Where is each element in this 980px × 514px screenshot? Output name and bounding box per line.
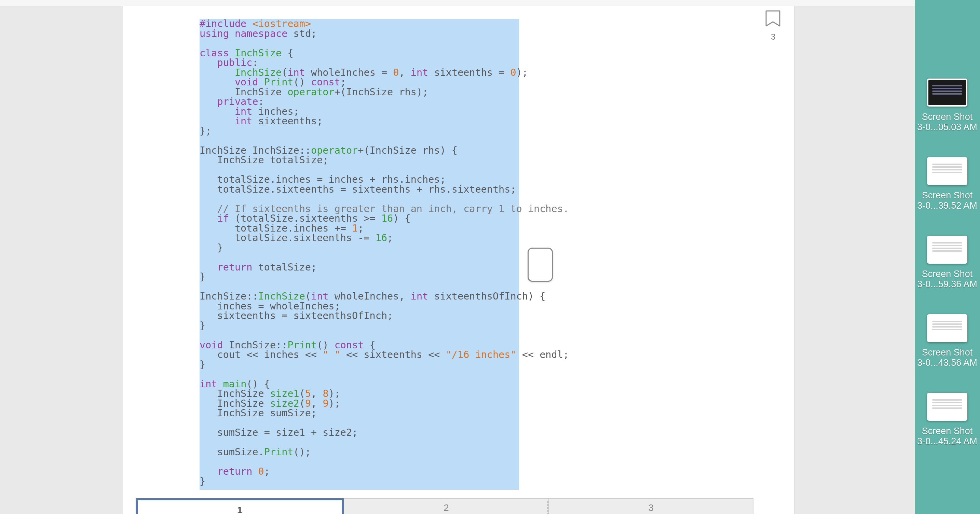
code-line: // If sixteenths is greater than an inch… bbox=[200, 204, 519, 214]
file-label: Screen Shot bbox=[913, 190, 980, 201]
code-line bbox=[200, 370, 519, 379]
code-line: void Print() const; bbox=[200, 78, 519, 87]
file-label: 3-0...39.52 AM bbox=[913, 201, 980, 211]
code-line: return 0; bbox=[200, 467, 519, 477]
file-label: 3-0...45.24 AM bbox=[913, 436, 980, 447]
code-line bbox=[200, 39, 519, 49]
desktop-file[interactable]: Screen Shot3-0...43.56 AM bbox=[913, 314, 980, 368]
code-line: public: bbox=[200, 58, 519, 68]
file-label: 3-0...59.36 AM bbox=[913, 279, 980, 290]
step-tab-1[interactable]: 1 bbox=[136, 498, 344, 514]
browser-viewport: 3 #include <iostream>using namespace std… bbox=[0, 0, 915, 514]
code-line: InchSize totalSize; bbox=[200, 155, 519, 165]
code-line: totalSize.inches = inches + rhs.inches; bbox=[200, 175, 519, 185]
code-line: InchSize operator+(InchSize rhs); bbox=[200, 87, 519, 97]
content-page: 3 #include <iostream>using namespace std… bbox=[123, 6, 794, 514]
code-line bbox=[200, 418, 519, 428]
code-line: InchSize(int wholeInches = 0, int sixtee… bbox=[200, 68, 519, 78]
code-line bbox=[200, 253, 519, 263]
code-line: using namespace std; bbox=[200, 29, 519, 39]
step-tabs: 123 bbox=[136, 498, 754, 514]
code-line bbox=[200, 282, 519, 292]
code-line: InchSize InchSize::operator+(InchSize rh… bbox=[200, 146, 519, 156]
browser-chrome-strip bbox=[0, 0, 915, 6]
code-line: sumSize.Print(); bbox=[200, 447, 519, 457]
file-thumbnail bbox=[927, 314, 967, 342]
file-label: 3-0...05.03 AM bbox=[913, 122, 980, 133]
bookmark-count: 3 bbox=[771, 32, 775, 42]
code-line: class InchSize { bbox=[200, 49, 519, 59]
code-line: sixteenths = sixteenthsOfInch; bbox=[200, 311, 519, 321]
desktop-file[interactable]: Screen Shot3-0...05.03 AM bbox=[913, 79, 980, 132]
code-line: } bbox=[200, 360, 519, 370]
code-line bbox=[200, 457, 519, 467]
code-line: InchSize size2(9, 9); bbox=[200, 399, 519, 409]
code-line: private: bbox=[200, 97, 519, 107]
code-line: int sixteenths; bbox=[200, 116, 519, 126]
bookmark-icon[interactable] bbox=[765, 10, 780, 27]
code-line: return totalSize; bbox=[200, 263, 519, 273]
desktop-file[interactable]: Screen Shot3-0...39.52 AM bbox=[913, 157, 980, 211]
code-line: } bbox=[200, 243, 519, 253]
code-line: } bbox=[200, 321, 519, 331]
code-line: int main() { bbox=[200, 379, 519, 389]
code-line: #include <iostream> bbox=[200, 19, 519, 29]
code-line bbox=[200, 136, 519, 146]
code-line: } bbox=[200, 272, 519, 282]
file-label: Screen Shot bbox=[913, 269, 980, 279]
file-label: Screen Shot bbox=[913, 112, 980, 122]
file-label: 3-0...43.56 AM bbox=[913, 358, 980, 368]
page-gutter: 3 #include <iostream>using namespace std… bbox=[0, 6, 915, 514]
code-line: sumSize = size1 + size2; bbox=[200, 428, 519, 438]
desktop-file[interactable]: Screen Shot3-0...45.24 AM bbox=[913, 393, 980, 446]
code-line: InchSize size1(5, 8); bbox=[200, 389, 519, 399]
code-line: void InchSize::Print() const { bbox=[200, 341, 519, 351]
file-label: Screen Shot bbox=[913, 348, 980, 358]
code-line: }; bbox=[200, 126, 519, 136]
code-block[interactable]: #include <iostream>using namespace std;c… bbox=[200, 19, 519, 490]
desktop-area: Screen Shot3-0...05.03 AMScreen Shot3-0.… bbox=[915, 0, 980, 514]
code-line: totalSize.sixteenths -= 16; bbox=[200, 233, 519, 243]
code-line: int inches; bbox=[200, 107, 519, 117]
code-line: InchSize::InchSize(int wholeInches, int … bbox=[200, 292, 519, 301]
code-line: InchSize sumSize; bbox=[200, 408, 519, 418]
copy-code-button[interactable] bbox=[528, 247, 553, 282]
file-thumbnail bbox=[927, 393, 967, 421]
file-thumbnail bbox=[927, 157, 967, 185]
step-tab-2[interactable]: 2 bbox=[344, 498, 549, 514]
code-line: totalSize.sixteenths = sixteenths + rhs.… bbox=[200, 185, 519, 195]
code-line: cout << inches << " " << sixteenths << "… bbox=[200, 350, 519, 360]
code-line bbox=[200, 331, 519, 341]
code-line: if (totalSize.sixteenths >= 16) { bbox=[200, 214, 519, 224]
file-thumbnail bbox=[927, 79, 967, 106]
desktop-file[interactable]: Screen Shot3-0...59.36 AM bbox=[913, 236, 980, 289]
file-thumbnail bbox=[927, 236, 967, 264]
step-tab-3[interactable]: 3 bbox=[549, 498, 754, 514]
code-line bbox=[200, 194, 519, 204]
code-line: } bbox=[200, 477, 519, 487]
code-line: inches = wholeInches; bbox=[200, 301, 519, 311]
file-label: Screen Shot bbox=[913, 426, 980, 436]
code-line: totalSize.inches += 1; bbox=[200, 224, 519, 233]
code-line bbox=[200, 165, 519, 175]
code-line bbox=[200, 438, 519, 448]
